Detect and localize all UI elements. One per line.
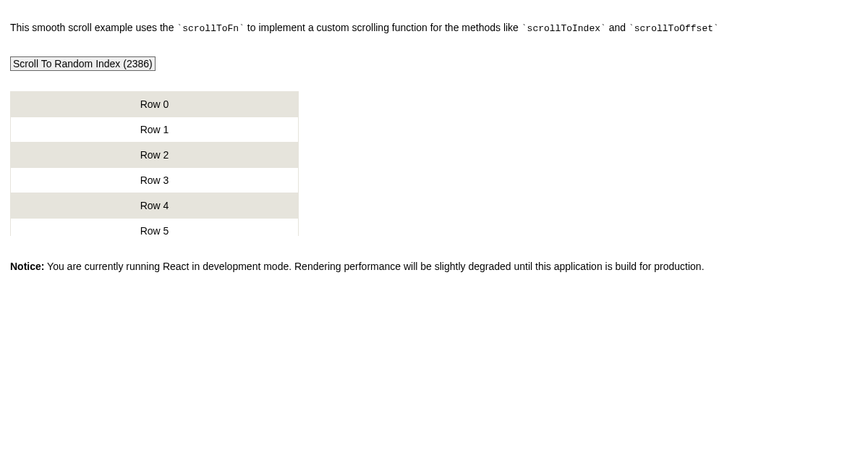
list-row: Row 2: [11, 143, 298, 168]
list-row: Row 1: [11, 117, 298, 143]
row-label: Row 1: [140, 124, 169, 135]
code-scrolltofn: `scrollToFn`: [176, 23, 244, 34]
notice-label: Notice:: [10, 261, 44, 272]
list-row: Row 3: [11, 168, 298, 193]
row-label: Row 5: [140, 225, 169, 236]
list-row: Row 4: [11, 193, 298, 219]
code-scrolltoindex: `scrollToIndex`: [522, 23, 606, 34]
notice-text: You are currently running React in devel…: [44, 261, 704, 272]
row-label: Row 2: [140, 149, 169, 161]
row-label: Row 0: [140, 98, 169, 110]
row-label: Row 3: [140, 174, 169, 186]
description-text-2: to implement a custom scrolling function…: [244, 22, 522, 33]
list-row: Row 5: [11, 219, 298, 236]
description-text-1: This smooth scroll example uses the: [10, 22, 176, 33]
code-scrolltooffset: `scrollToOffset`: [629, 23, 719, 34]
description-paragraph: This smooth scroll example uses the `scr…: [10, 20, 858, 36]
notice-paragraph: Notice: You are currently running React …: [10, 261, 858, 272]
virtual-list[interactable]: Row 0 Row 1 Row 2 Row 3 Row 4 Row 5: [10, 91, 299, 236]
description-text-3: and: [606, 22, 629, 33]
row-label: Row 4: [140, 200, 169, 211]
scroll-random-button[interactable]: Scroll To Random Index (2386): [10, 56, 156, 71]
list-row: Row 0: [11, 92, 298, 117]
